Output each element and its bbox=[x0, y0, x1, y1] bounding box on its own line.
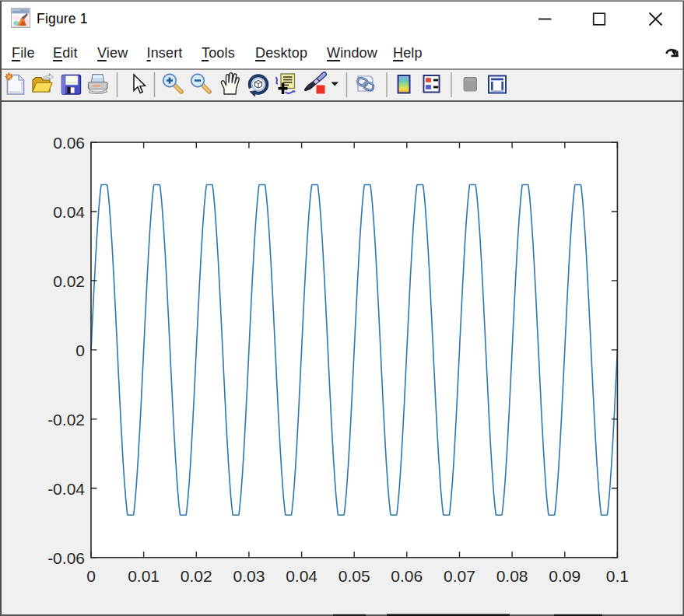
svg-text:-0.04: -0.04 bbox=[47, 480, 85, 498]
svg-text:0.04: 0.04 bbox=[53, 203, 85, 221]
svg-text:-0.02: -0.02 bbox=[47, 411, 85, 429]
svg-text:0.04: 0.04 bbox=[286, 567, 317, 585]
svg-text:0.02: 0.02 bbox=[181, 567, 212, 585]
svg-text:0: 0 bbox=[75, 341, 85, 359]
svg-text:0.02: 0.02 bbox=[53, 272, 85, 290]
svg-text:0.06: 0.06 bbox=[391, 567, 423, 585]
svg-text:0.08: 0.08 bbox=[496, 567, 528, 585]
svg-text:-0.06: -0.06 bbox=[47, 549, 85, 567]
svg-text:0.07: 0.07 bbox=[444, 567, 475, 585]
svg-text:0.01: 0.01 bbox=[128, 567, 160, 585]
svg-text:0.1: 0.1 bbox=[606, 567, 629, 585]
svg-text:0.06: 0.06 bbox=[53, 134, 85, 152]
svg-text:0.03: 0.03 bbox=[233, 567, 265, 585]
svg-text:0.05: 0.05 bbox=[338, 567, 370, 585]
svg-text:0: 0 bbox=[86, 567, 96, 585]
svg-text:0.09: 0.09 bbox=[549, 567, 581, 585]
